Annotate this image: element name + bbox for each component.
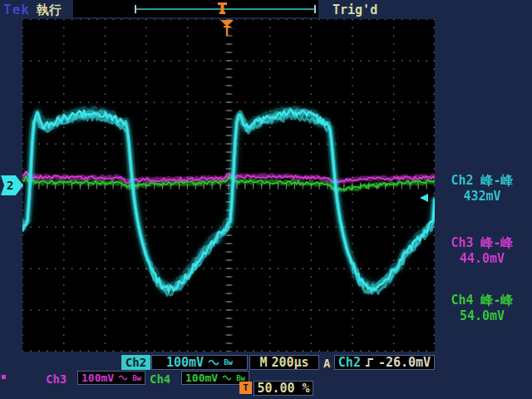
rising-edge-icon [365,357,374,367]
trigger-readout: Ch2 -26.0mV [334,355,435,370]
timebase-readout: M 200μs [249,355,319,370]
acquisition-status: 執行 [37,2,62,18]
ch2-scale-readout: 100mV Bw [151,355,248,370]
measurement-value: 432mV [436,189,529,204]
ch2-ground-marker: 2 [1,175,23,195]
oscilloscope-screen: Tek 執行 Trig'd T 2 Ch2 峰-峰 432mV Ch3 峰-峰 … [0,0,532,399]
ch4-channel-label: Ch4 [150,372,170,386]
ac-coupling-icon [222,374,232,382]
record-trigger-t-icon [217,2,228,15]
measurement-ch4-pkpk: Ch4 峰-峰 54.0mV [436,293,529,324]
ch2-channel-chip: Ch2 [121,355,150,370]
measurement-label: Ch2 峰-峰 [436,173,529,189]
measurement-ch3-pkpk: Ch3 峰-峰 44.0mV [436,235,529,267]
ch4-scale-value: 100mV [185,372,218,384]
timebase-value: 200μs [271,355,308,370]
measurement-label: Ch4 峰-峰 [436,293,529,308]
trigger-source-label: Ch2 [338,355,361,370]
measurement-ch2-pkpk: Ch2 峰-峰 432mV [436,173,529,204]
ch2-ground-label: 2 [7,179,13,192]
ch3-offscreen-marker [2,375,6,379]
bw-limit-icon: Bw [236,374,245,382]
graticule [22,19,435,352]
trigger-level-value: -26.0mV [378,355,431,370]
bw-limit-icon: Bw [224,358,233,367]
trigger-status: Trig'd [332,2,377,17]
tek-logo: Tek [3,2,30,17]
ac-coupling-icon [208,358,219,367]
ch2-scale-value: 100mV [166,355,204,370]
trigger-position-t-chip: T [239,382,252,394]
bw-limit-icon: Bw [132,374,141,382]
waveform-canvas [22,19,435,352]
record-view-right-bracket [314,5,316,13]
timebase-prefix: M [259,355,267,370]
trigger-position-readout: 50.00 % [254,381,313,396]
trigger-position-value: 50.00 % [257,381,309,396]
measurement-value: 44.0mV [436,251,529,267]
measurement-value: 54.0mV [436,308,529,324]
t-chip-label: T [243,382,249,393]
ch3-scale-value: 100mV [81,372,114,384]
ch3-scale-readout: 100mV Bw [77,371,145,385]
ac-coupling-icon [118,374,128,382]
trigger-system-label: A [323,357,330,370]
trigger-position-t-icon: T [221,23,233,39]
ch3-channel-label: Ch3 [46,372,66,386]
measurement-label: Ch3 峰-峰 [436,235,529,251]
trigger-level-arrow-icon [420,194,428,202]
ch2-chip-label: Ch2 [126,356,146,369]
